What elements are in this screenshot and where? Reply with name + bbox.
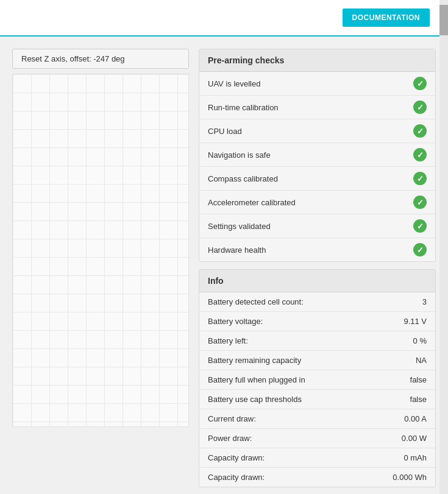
check-status-icon: [413, 172, 427, 185]
compass-grid-area: [12, 74, 189, 427]
check-row: CPU load: [199, 119, 435, 143]
info-label: Battery detected cell count:: [208, 297, 304, 306]
pre-arming-checks-card: Pre-arming checks UAV is levelledRun-tim…: [199, 49, 436, 262]
check-row: Hardware health: [199, 238, 435, 261]
check-status-icon: [413, 219, 427, 233]
documentation-button[interactable]: DOCUMENTATION: [343, 9, 430, 27]
info-row: Battery use cap thresholdsfalse: [199, 390, 435, 409]
main-content: Reset Z axis, offset: -247 deg Pre-armin…: [0, 37, 448, 494]
check-row: Navigation is safe: [199, 143, 435, 167]
info-label: Capacity drawn:: [208, 453, 265, 462]
check-status-icon: [413, 243, 427, 256]
left-panel: Reset Z axis, offset: -247 deg: [12, 49, 189, 487]
info-row: Current draw:0.00 A: [199, 409, 435, 429]
info-value: 0.00 A: [404, 414, 427, 423]
pre-arming-checks-list: UAV is levelledRun-time calibrationCPU l…: [199, 72, 435, 261]
check-status-icon: [413, 196, 427, 209]
check-status-icon: [413, 148, 427, 161]
info-value: false: [410, 395, 427, 404]
check-row: Settings validated: [199, 214, 435, 238]
check-label: CPU load: [208, 127, 242, 136]
info-value: 3: [422, 297, 427, 306]
info-value: 0 mAh: [404, 453, 427, 462]
check-label: Navigation is safe: [208, 150, 271, 160]
info-rows-list: Battery detected cell count:3Battery vol…: [199, 292, 435, 487]
scrollbar-thumb[interactable]: [439, 5, 448, 35]
info-label: Power draw:: [208, 434, 252, 443]
check-row: Compass calibrated: [199, 167, 435, 191]
reset-z-axis-button[interactable]: Reset Z axis, offset: -247 deg: [12, 49, 189, 69]
page-wrapper: DOCUMENTATION Reset Z axis, offset: -247…: [0, 0, 448, 494]
info-label: Capacity drawn:: [208, 473, 265, 482]
info-row: Battery remaining capacityNA: [199, 351, 435, 370]
info-label: Battery voltage:: [208, 317, 263, 326]
info-value: 9.11 V: [404, 317, 427, 326]
check-label: Compass calibrated: [208, 174, 278, 183]
check-status-icon: [413, 101, 427, 114]
info-row: Capacity drawn:0.000 Wh: [199, 468, 435, 487]
right-panel: Pre-arming checks UAV is levelledRun-tim…: [199, 49, 436, 487]
scrollbar-track[interactable]: [439, 0, 448, 494]
info-row: Battery left:0 %: [199, 331, 435, 351]
info-row: Battery detected cell count:3: [199, 292, 435, 312]
info-card: Info Battery detected cell count:3Batter…: [199, 269, 436, 487]
info-row: Capacity drawn:0 mAh: [199, 448, 435, 468]
info-label: Battery remaining capacity: [208, 356, 301, 365]
check-label: Settings validated: [208, 222, 271, 231]
check-row: Run-time calibration: [199, 96, 435, 119]
info-row: Battery voltage:9.11 V: [199, 312, 435, 331]
check-label: Hardware health: [208, 245, 266, 255]
info-value: NA: [416, 356, 427, 365]
info-title: Info: [199, 270, 435, 292]
info-label: Current draw:: [208, 414, 256, 423]
info-value: 0.00 W: [402, 434, 427, 443]
check-status-icon: [413, 77, 427, 90]
info-row: Battery full when plugged infalse: [199, 370, 435, 390]
info-value: 0.000 Wh: [393, 473, 427, 482]
info-value: 0 %: [413, 336, 427, 345]
info-label: Battery full when plugged in: [208, 375, 305, 384]
top-bar: DOCUMENTATION: [0, 0, 448, 37]
check-status-icon: [413, 124, 427, 138]
info-row: Power draw:0.00 W: [199, 429, 435, 448]
check-label: Run-time calibration: [208, 103, 279, 112]
check-label: Accelerometer calibrated: [208, 198, 296, 207]
check-row: UAV is levelled: [199, 72, 435, 96]
pre-arming-checks-title: Pre-arming checks: [199, 49, 435, 72]
info-label: Battery use cap thresholds: [208, 395, 302, 404]
info-label: Battery left:: [208, 336, 248, 345]
check-row: Accelerometer calibrated: [199, 191, 435, 214]
check-label: UAV is levelled: [208, 79, 260, 88]
info-value: false: [410, 375, 427, 384]
